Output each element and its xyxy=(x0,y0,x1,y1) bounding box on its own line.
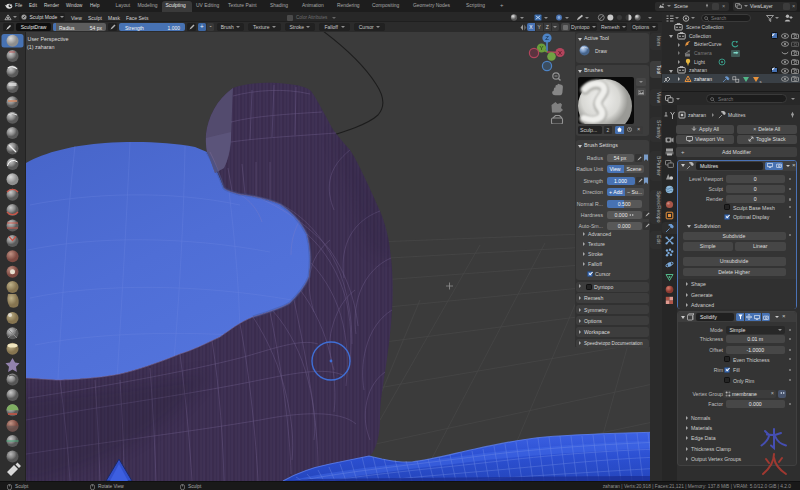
svg-text:Y: Y xyxy=(539,45,543,51)
svg-text:X: X xyxy=(558,50,562,56)
svg-text:Z: Z xyxy=(545,35,549,41)
svg-text:s: s xyxy=(760,78,762,83)
